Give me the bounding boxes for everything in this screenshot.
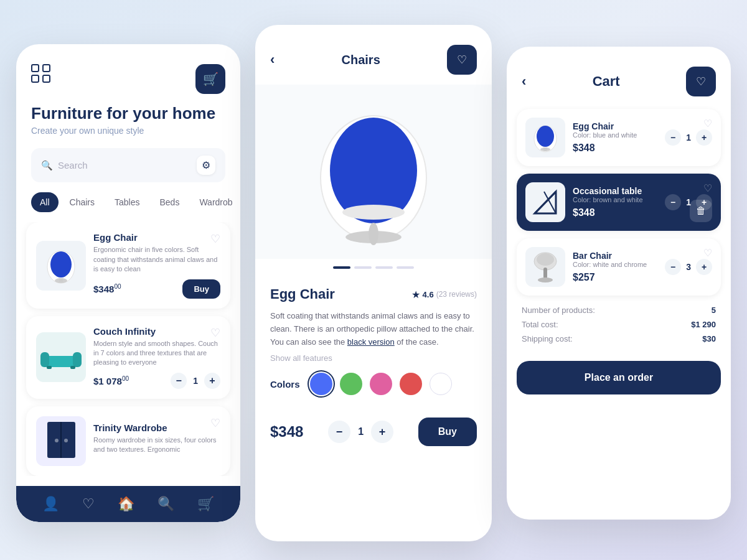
place-order-button[interactable]: Place an order [517, 361, 721, 394]
decrease-button[interactable]: − [328, 421, 350, 443]
total-value: $1 290 [691, 320, 716, 329]
products-label: Number of products: [522, 306, 595, 315]
wishlist-button[interactable]: ♡ [210, 232, 220, 246]
cart-button[interactable]: 🛒 [195, 64, 225, 94]
app-subtitle: Create your own unique style [31, 126, 225, 136]
color-green[interactable] [340, 373, 362, 395]
svg-rect-3 [59, 278, 63, 282]
colors-row: Colors [270, 373, 477, 395]
product-name: Egg Chair [93, 232, 220, 243]
svg-rect-6 [73, 352, 82, 367]
cart-item-info: Bar Chair Color: white and chrome $257 [573, 251, 657, 283]
shipping-cost-row: Shipping cost: $30 [522, 334, 716, 343]
nav-wishlist[interactable]: ♡ [82, 496, 95, 512]
delete-button[interactable]: 🗑 [690, 200, 712, 222]
cart-item-name: Bar Chair [573, 251, 657, 261]
cart-item-color: Color: white and chrome [573, 261, 657, 268]
svg-point-28 [538, 278, 553, 282]
product-name: Egg Chair [270, 286, 335, 302]
cart-item-color: Color: blue and white [573, 131, 657, 139]
cart-item-info: Occasional table Color: brown and white … [573, 186, 657, 218]
nav-search[interactable]: 🔍 [157, 496, 174, 512]
color-pink[interactable] [370, 373, 392, 395]
svg-point-12 [64, 439, 68, 442]
bar-chair-cart-icon [530, 250, 561, 284]
cart-items-list: ♡ Egg Chair Color: blue and white $348 − [507, 109, 731, 296]
wishlist-button[interactable]: ♡ [703, 247, 712, 259]
product-image-area [255, 85, 492, 259]
quantity-control: − 1 + [328, 421, 393, 443]
detail-header: ‹ Chairs ♡ [255, 25, 492, 85]
tab-beds[interactable]: Beds [151, 192, 189, 212]
cart-item-info: Egg Chair Color: blue and white $348 [573, 121, 657, 154]
egg-chair-cart-icon [530, 122, 561, 153]
svg-point-15 [342, 205, 405, 220]
buy-button[interactable]: Buy [182, 279, 220, 299]
cart-item-price: $348 [573, 207, 657, 218]
decrease-button[interactable]: − [665, 194, 681, 210]
cart-screen: ‹ Cart ♡ ♡ Egg Chair Color: blue an [507, 47, 731, 520]
detail-bottom: $348 − 1 + Buy [255, 418, 492, 461]
cart-item: ♡ Occasional table Color: brown and whit… [517, 174, 721, 231]
search-bar[interactable]: 🔍 Search ⚙ [31, 148, 225, 182]
dot-3[interactable] [375, 266, 393, 269]
wishlist-button[interactable]: ♡ [703, 182, 712, 194]
svg-rect-27 [543, 268, 547, 279]
increase-button[interactable]: + [696, 259, 712, 275]
wishlist-button[interactable]: ♡ [210, 416, 220, 430]
nav-cart[interactable]: 🛒 [197, 496, 214, 512]
product-desc: Roomy wardrobe in six sizes, four colors… [93, 436, 220, 455]
couch-icon [39, 345, 83, 370]
wishlist-button[interactable]: ♡ [210, 326, 220, 340]
tab-chairs[interactable]: Chairs [61, 192, 103, 212]
decrease-button[interactable]: − [171, 373, 187, 389]
decrease-button[interactable]: − [665, 129, 681, 146]
nav-profile[interactable]: 👤 [42, 496, 59, 512]
quantity-control: − 3 + [665, 259, 712, 275]
cart-item: ♡ Bar Chair Color: white and chrome $257 [517, 238, 721, 296]
product-main-image [305, 97, 442, 246]
product-image [36, 332, 86, 382]
back-button[interactable]: ‹ [270, 52, 275, 68]
tab-all[interactable]: All [31, 192, 59, 212]
buy-button[interactable]: Buy [418, 418, 477, 446]
wardrobe-icon [44, 421, 78, 461]
black-version-link[interactable]: black version [347, 337, 395, 347]
back-button[interactable]: ‹ [522, 73, 526, 90]
color-blue[interactable] [310, 373, 332, 395]
product-info: Egg Chair Ergonomic chair in five colors… [93, 232, 220, 298]
cart-item-image [525, 247, 565, 287]
dot-4[interactable] [397, 266, 414, 269]
filter-icon[interactable]: ⚙ [197, 156, 215, 175]
dot-2[interactable] [354, 266, 372, 269]
decrease-button[interactable]: − [665, 259, 681, 275]
grid-icon[interactable] [31, 64, 51, 83]
cart-item-image [525, 118, 565, 157]
shipping-value: $30 [702, 334, 716, 343]
increase-button[interactable]: + [696, 129, 712, 146]
wishlist-button[interactable]: ♡ [686, 67, 716, 96]
color-white[interactable] [430, 373, 452, 395]
increase-button[interactable]: + [204, 373, 220, 389]
product-price: $1 07800 [93, 375, 129, 386]
color-red[interactable] [400, 373, 422, 395]
product-name: Trinity Wardrobe [93, 422, 220, 433]
list-item: ♡ Trinity Wardrobe Roomy wardrobe in six… [26, 406, 230, 476]
cart-summary: Number of products: 5 Total cost: $1 290… [507, 296, 731, 353]
tab-tables[interactable]: Tables [106, 192, 148, 212]
nav-home[interactable]: 🏠 [118, 496, 134, 512]
dot-1[interactable] [333, 266, 350, 269]
show-features-link[interactable]: Show all features [270, 353, 477, 363]
svg-rect-8 [70, 366, 75, 369]
increase-button[interactable]: + [371, 421, 393, 443]
svg-rect-7 [47, 366, 52, 369]
quantity-value: 1 [686, 133, 691, 142]
title-area: Furniture for your home Create your own … [16, 104, 240, 148]
cart-item-price: $348 [573, 142, 657, 154]
svg-rect-21 [543, 147, 547, 151]
wishlist-button[interactable]: ♡ [703, 118, 712, 129]
wishlist-button[interactable]: ♡ [447, 45, 477, 75]
rating-value: 4.6 [423, 290, 434, 299]
tab-wardrobes[interactable]: Wardrob [190, 192, 240, 212]
quantity-value: 1 [193, 376, 198, 386]
